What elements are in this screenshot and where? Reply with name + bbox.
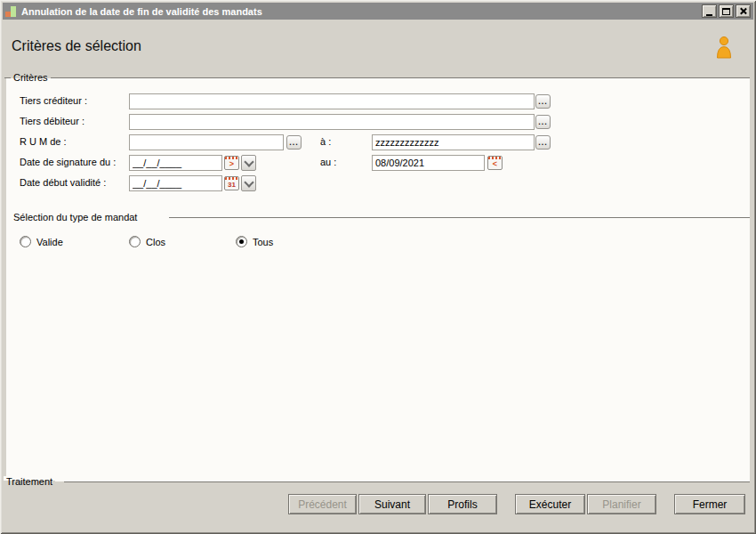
- fermer-button[interactable]: Fermer: [674, 494, 745, 514]
- minimize-button[interactable]: [702, 4, 717, 18]
- date-signature-calendar-button[interactable]: >: [224, 156, 239, 170]
- criteria-legend: Critères: [11, 72, 51, 83]
- rum-a-label: à :: [320, 136, 331, 147]
- profils-button[interactable]: Profils: [428, 494, 497, 514]
- rum-de-label: R U M de :: [20, 136, 67, 147]
- radio-valide[interactable]: Valide: [20, 236, 63, 247]
- date-signature-dropdown-button[interactable]: [241, 155, 256, 171]
- precedent-button[interactable]: Précédent: [288, 494, 357, 514]
- calendar-icon: [225, 157, 238, 159]
- calendar-icon: [225, 177, 238, 180]
- user-icon: [714, 36, 734, 61]
- date-au-label: au :: [320, 157, 336, 167]
- rum-a-input[interactable]: [372, 134, 535, 150]
- traitement-legend: Traitement: [4, 476, 55, 487]
- traitement-group-line: [64, 481, 750, 482]
- tiers-crediteur-label: Tiers créditeur :: [20, 95, 87, 106]
- date-debut-input[interactable]: [129, 175, 222, 191]
- close-icon: [739, 7, 747, 15]
- radio-valide-label: Valide: [36, 237, 63, 247]
- radio-icon: [129, 236, 141, 247]
- radio-selected-icon: [236, 236, 247, 247]
- mandat-group-line: [169, 217, 750, 218]
- tiers-debiteur-label: Tiers débiteur :: [20, 116, 84, 126]
- date-debut-calendar-button[interactable]: 31: [224, 176, 239, 190]
- maximize-icon: [722, 8, 730, 15]
- mandat-legend: Sélection du type de mandat: [11, 212, 140, 222]
- radio-clos[interactable]: Clos: [129, 236, 165, 247]
- minimize-icon: [706, 8, 712, 16]
- calendar-icon: [488, 157, 502, 159]
- window-title: Annulation de la date de fin de validité…: [21, 6, 262, 17]
- suivant-button[interactable]: Suivant: [358, 494, 426, 514]
- dialog-window: Annulation de la date de fin de validité…: [0, 0, 756, 534]
- ellipsis-icon: ...: [538, 117, 548, 126]
- executer-button[interactable]: Exécuter: [515, 494, 585, 514]
- radio-tous-label: Tous: [253, 237, 273, 247]
- radio-tous[interactable]: Tous: [236, 236, 273, 247]
- titlebar[interactable]: Annulation de la date de fin de validité…: [3, 3, 753, 20]
- rum-de-input[interactable]: [129, 134, 284, 150]
- date-debut-label: Date début validité :: [20, 177, 106, 188]
- app-icon-green-bar: [11, 6, 16, 17]
- close-button[interactable]: [736, 4, 751, 18]
- calendar-arrow-icon: <: [493, 159, 497, 169]
- tiers-crediteur-browse-button[interactable]: ...: [535, 94, 551, 109]
- chevron-down-icon: [244, 177, 253, 187]
- rum-a-browse-button[interactable]: ...: [535, 135, 551, 150]
- date-signature-input[interactable]: [129, 155, 222, 171]
- maximize-button[interactable]: [719, 4, 734, 18]
- planifier-button[interactable]: Planifier: [587, 494, 656, 514]
- app-icon: [5, 5, 18, 18]
- ellipsis-icon: ...: [289, 138, 299, 147]
- date-au-calendar-button[interactable]: <: [487, 156, 503, 170]
- date-signature-label: Date de signature du :: [20, 157, 116, 167]
- ellipsis-icon: ...: [538, 138, 548, 147]
- radio-clos-label: Clos: [146, 237, 165, 247]
- chevron-down-icon: [244, 157, 253, 166]
- tiers-crediteur-input[interactable]: [129, 93, 535, 109]
- rum-de-browse-button[interactable]: ...: [286, 135, 302, 150]
- tiers-debiteur-input[interactable]: [129, 114, 535, 130]
- calendar-arrow-icon: >: [229, 159, 234, 169]
- page-title: Critères de sélection: [12, 38, 141, 54]
- calendar-31-icon: 31: [228, 180, 236, 190]
- tiers-debiteur-browse-button[interactable]: ...: [535, 115, 551, 129]
- radio-icon: [20, 236, 31, 247]
- window-controls: [702, 4, 751, 18]
- date-au-input[interactable]: [372, 155, 485, 171]
- date-debut-dropdown-button[interactable]: [241, 175, 256, 191]
- ellipsis-icon: ...: [538, 97, 548, 106]
- criteria-group-line: [4, 77, 750, 78]
